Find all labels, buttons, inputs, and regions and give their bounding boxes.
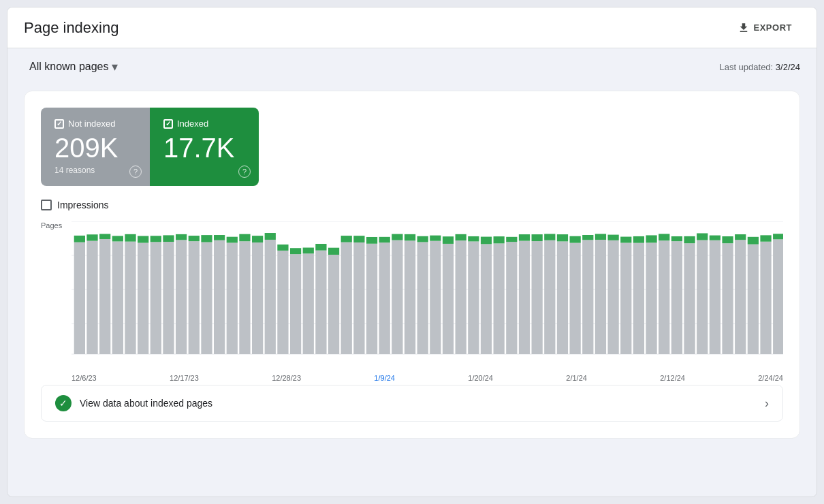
svg-rect-17 bbox=[125, 242, 136, 354]
indexed-label: Indexed bbox=[177, 119, 208, 129]
svg-rect-100 bbox=[646, 235, 656, 242]
view-data-button[interactable]: ✓ View data about indexed pages › bbox=[41, 385, 783, 422]
svg-rect-118 bbox=[760, 235, 771, 241]
svg-rect-62 bbox=[405, 234, 415, 240]
svg-rect-78 bbox=[506, 237, 517, 242]
svg-rect-67 bbox=[443, 244, 454, 354]
impressions-row: Impressions bbox=[41, 200, 783, 210]
main-window: Page indexing EXPORT All known pages ▾ L… bbox=[7, 7, 817, 497]
view-data-label: View data about indexed pages bbox=[80, 398, 212, 409]
svg-rect-66 bbox=[430, 236, 441, 241]
svg-rect-20 bbox=[138, 236, 148, 242]
stats-row: Not indexed 209K 14 reasons ? Indexed 17… bbox=[41, 108, 783, 186]
svg-rect-27 bbox=[189, 241, 200, 354]
svg-rect-74 bbox=[481, 237, 492, 245]
svg-rect-109 bbox=[710, 240, 720, 354]
svg-rect-35 bbox=[239, 241, 250, 354]
header: Page indexing EXPORT bbox=[7, 7, 817, 48]
svg-rect-80 bbox=[519, 234, 530, 241]
x-label-2: 12/17/23 bbox=[170, 374, 199, 382]
svg-rect-117 bbox=[760, 242, 771, 354]
svg-rect-16 bbox=[112, 236, 123, 241]
chart-svg: 240K 160K 80K 0 bbox=[72, 221, 783, 358]
svg-rect-97 bbox=[633, 243, 644, 354]
svg-rect-75 bbox=[494, 243, 505, 354]
svg-rect-63 bbox=[417, 242, 428, 354]
svg-rect-46 bbox=[303, 248, 314, 254]
svg-rect-76 bbox=[494, 236, 505, 243]
svg-rect-86 bbox=[557, 234, 568, 241]
svg-rect-55 bbox=[366, 244, 377, 354]
svg-rect-57 bbox=[379, 242, 390, 354]
svg-rect-25 bbox=[176, 240, 187, 354]
export-button[interactable]: EXPORT bbox=[729, 16, 800, 40]
svg-rect-81 bbox=[532, 241, 543, 354]
svg-rect-36 bbox=[239, 234, 250, 242]
not-indexed-box: Not indexed 209K 14 reasons ? bbox=[41, 108, 150, 186]
svg-rect-34 bbox=[227, 237, 238, 243]
svg-rect-10 bbox=[74, 236, 85, 242]
indexed-help[interactable]: ? bbox=[238, 166, 251, 178]
svg-rect-68 bbox=[443, 236, 454, 244]
svg-rect-42 bbox=[277, 245, 288, 251]
svg-rect-93 bbox=[607, 240, 618, 354]
svg-rect-31 bbox=[214, 240, 225, 354]
svg-rect-41 bbox=[277, 251, 288, 354]
export-icon bbox=[738, 22, 750, 34]
svg-rect-37 bbox=[252, 242, 263, 354]
svg-rect-115 bbox=[748, 245, 759, 354]
indexed-checkbox[interactable] bbox=[163, 119, 173, 129]
svg-rect-22 bbox=[150, 236, 161, 242]
svg-rect-98 bbox=[633, 236, 644, 243]
svg-rect-120 bbox=[773, 234, 783, 239]
svg-rect-85 bbox=[557, 241, 568, 354]
svg-rect-38 bbox=[252, 236, 263, 242]
svg-rect-43 bbox=[290, 254, 301, 354]
svg-rect-33 bbox=[227, 242, 238, 354]
svg-rect-82 bbox=[532, 234, 543, 241]
svg-rect-56 bbox=[366, 237, 377, 244]
svg-rect-48 bbox=[315, 244, 326, 251]
chevron-right-icon: › bbox=[765, 396, 769, 411]
svg-rect-15 bbox=[112, 241, 123, 354]
svg-rect-89 bbox=[582, 240, 593, 354]
svg-rect-79 bbox=[519, 241, 530, 354]
svg-rect-64 bbox=[417, 236, 428, 242]
svg-rect-44 bbox=[290, 248, 301, 254]
svg-rect-23 bbox=[163, 242, 174, 354]
svg-rect-108 bbox=[697, 233, 708, 240]
not-indexed-help[interactable]: ? bbox=[129, 166, 142, 178]
svg-rect-60 bbox=[392, 234, 402, 240]
svg-rect-28 bbox=[189, 236, 200, 241]
svg-rect-87 bbox=[570, 243, 581, 354]
svg-rect-77 bbox=[506, 242, 517, 354]
svg-rect-116 bbox=[748, 237, 759, 245]
svg-rect-71 bbox=[468, 241, 479, 354]
chevron-down-icon: ▾ bbox=[112, 59, 118, 74]
svg-rect-52 bbox=[341, 236, 352, 242]
x-label-8: 2/24/24 bbox=[758, 374, 783, 382]
impressions-label: Impressions bbox=[57, 200, 108, 210]
svg-rect-45 bbox=[303, 253, 314, 354]
chart-area: Pages 240K 160K 80K 0 bbox=[41, 221, 783, 371]
svg-rect-70 bbox=[456, 234, 466, 240]
svg-rect-107 bbox=[697, 240, 708, 354]
toolbar: All known pages ▾ Last updated: 3/2/24 bbox=[7, 48, 817, 85]
svg-rect-47 bbox=[315, 251, 326, 354]
svg-rect-12 bbox=[86, 234, 97, 240]
svg-rect-91 bbox=[595, 240, 606, 354]
svg-rect-51 bbox=[341, 242, 352, 354]
impressions-checkbox[interactable] bbox=[41, 200, 52, 210]
filter-dropdown[interactable]: All known pages ▾ bbox=[24, 57, 123, 77]
main-content: Not indexed 209K 14 reasons ? Indexed 17… bbox=[7, 85, 817, 497]
filter-label: All known pages bbox=[29, 61, 109, 73]
svg-rect-61 bbox=[405, 240, 415, 354]
last-updated: Last updated: 3/2/24 bbox=[719, 61, 800, 73]
x-label-3: 12/28/23 bbox=[272, 374, 301, 382]
svg-rect-29 bbox=[201, 242, 212, 354]
not-indexed-checkbox[interactable] bbox=[54, 119, 64, 129]
svg-rect-111 bbox=[722, 243, 733, 354]
indexed-box: Indexed 17.7K ? bbox=[150, 108, 259, 186]
svg-rect-13 bbox=[99, 239, 110, 354]
svg-rect-49 bbox=[328, 255, 339, 354]
